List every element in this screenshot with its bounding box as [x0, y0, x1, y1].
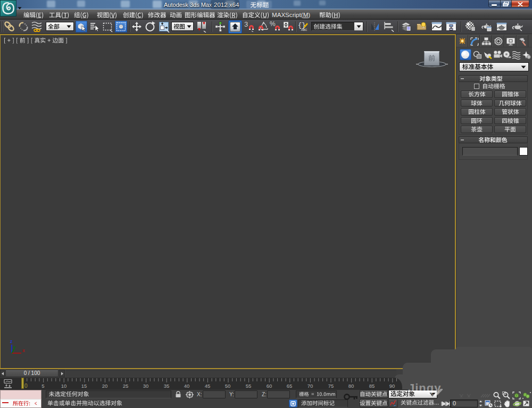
svg-text:35: 35: [164, 383, 170, 389]
svg-text:75: 75: [328, 383, 334, 389]
svg-text:55: 55: [246, 383, 252, 389]
svg-text:20: 20: [102, 383, 108, 389]
svg-text:z: z: [10, 339, 12, 344]
svg-text:%: %: [270, 20, 276, 28]
svg-text:10: 10: [61, 383, 67, 389]
svg-text:15: 15: [81, 383, 87, 389]
svg-text:65: 65: [287, 383, 293, 389]
svg-text:x: x: [22, 348, 25, 353]
svg-text:ABC: ABC: [301, 28, 307, 31]
svg-text:80: 80: [348, 383, 354, 389]
svg-text:y: y: [13, 345, 16, 350]
svg-text:30: 30: [143, 383, 149, 389]
svg-text:25: 25: [123, 383, 129, 389]
svg-text:40: 40: [184, 383, 190, 389]
svg-text:70: 70: [307, 383, 313, 389]
svg-text:85: 85: [369, 383, 375, 389]
svg-text:3: 3: [244, 20, 248, 28]
svg-text:90: 90: [389, 383, 395, 389]
svg-text:45: 45: [205, 383, 211, 389]
svg-text:60: 60: [267, 383, 272, 389]
svg-text:5: 5: [41, 383, 44, 389]
svg-text:50: 50: [225, 383, 231, 389]
